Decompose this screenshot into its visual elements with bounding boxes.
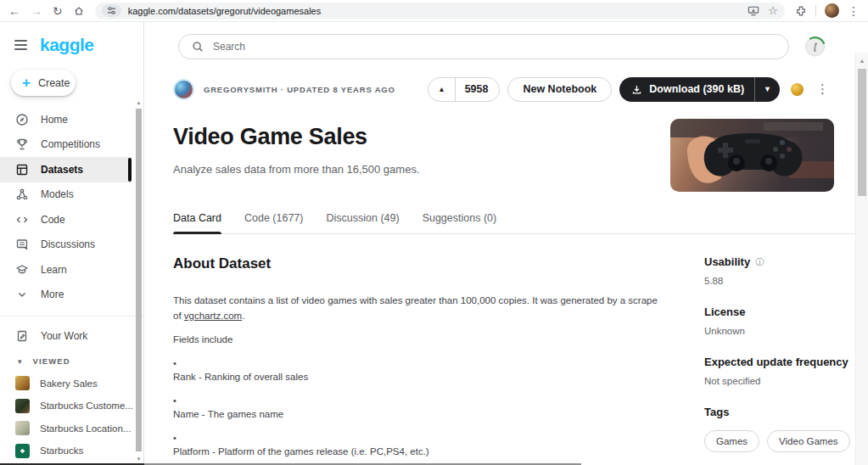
info-icon[interactable]: ⓘ (755, 256, 764, 268)
dataset-cover-image (670, 119, 834, 192)
sidebar-item-competitions[interactable]: Competitions (0, 132, 132, 158)
send-to-device-icon[interactable] (748, 6, 759, 16)
sidebar-item-code[interactable]: Code (0, 207, 132, 232)
sidebar-item-home[interactable]: Home (0, 107, 132, 132)
sidebar-item-datasets[interactable]: Datasets (0, 157, 132, 182)
gold-medal-icon (791, 83, 804, 96)
browser-back-icon[interactable]: ← (8, 5, 20, 17)
license-label: License (704, 305, 855, 318)
graduation-cap-icon (15, 263, 29, 277)
dataset-thumbnail (15, 376, 30, 390)
browser-forward-icon[interactable]: → (31, 5, 42, 17)
viewed-item-starbucks[interactable]: Starbucks (0, 440, 143, 462)
sidebar-scrollbar-thumb[interactable] (136, 109, 142, 451)
clipboard-icon (15, 329, 29, 343)
viewed-section-toggle[interactable]: ▾ VIEWED (0, 350, 143, 373)
search-bar[interactable] (178, 34, 789, 59)
sidebar-item-discussions[interactable]: Discussions (0, 232, 132, 258)
chevron-down-icon (15, 288, 29, 301)
tag-video-games[interactable]: Video Games (767, 430, 849, 452)
chrome-separator (815, 5, 816, 17)
dataset-thumbnail (15, 421, 30, 435)
topbar (144, 22, 868, 61)
scroll-up-icon[interactable]: ▲ (856, 53, 868, 64)
sidebar-item-models[interactable]: Models (0, 182, 132, 208)
download-options-button[interactable]: ▼ (755, 85, 780, 93)
page-scrollbar[interactable]: ▲ (855, 53, 868, 465)
tag-games[interactable]: Games (704, 430, 759, 452)
browser-chrome: ← → ↻ kaggle.com/datasets/gregorut/video… (0, 0, 868, 22)
browser-profile-avatar[interactable] (825, 3, 839, 18)
sidebar-item-your-work[interactable]: Your Work (0, 323, 132, 349)
viewed-item-bakery-sales[interactable]: Bakery Sales (0, 373, 143, 395)
tab-data-card[interactable]: Data Card (173, 212, 221, 233)
sidebar-scrollbar[interactable]: ▲ ▼ (135, 98, 143, 463)
models-icon (15, 188, 29, 201)
extensions-icon[interactable] (795, 5, 807, 17)
about-paragraph: This dataset contains a list of video ga… (173, 294, 665, 324)
page-scrollbar-thumb[interactable] (858, 69, 866, 196)
upvote-button[interactable]: ▲ (428, 85, 454, 93)
upvote-control: ▲ 5958 (428, 77, 500, 102)
list-item: • Rank - Ranking of overall sales (173, 358, 665, 382)
sidebar-nav: Home Competitions Datasets Models Code (0, 107, 143, 307)
page-subtitle: Analyze sales data from more than 16,500… (173, 163, 645, 176)
dataset-thumbnail (15, 444, 30, 458)
browser-reload-icon[interactable]: ↻ (53, 5, 63, 17)
scroll-down-icon[interactable]: ▼ (135, 455, 143, 463)
usability-label: Usability ⓘ (704, 255, 855, 268)
download-button[interactable]: Download (390 kB) ▼ (619, 77, 780, 102)
dataset-page: GREGORYSMITH · UPDATED 8 YEARS AGO ▲ 595… (144, 61, 855, 465)
vote-count[interactable]: 5958 (456, 83, 500, 95)
datasets-icon (15, 163, 29, 176)
viewed-item-starbucks-customers[interactable]: Starbucks Custome... (0, 395, 143, 417)
tab-suggestions[interactable]: Suggestions (0) (423, 212, 497, 233)
user-avatar[interactable] (804, 35, 826, 58)
download-icon (631, 84, 642, 95)
fields-include-text: Fields include (173, 334, 665, 345)
license-value: Unknown (704, 326, 855, 336)
tab-code[interactable]: Code (1677) (244, 212, 304, 233)
update-frequency-value: Not specified (704, 376, 855, 386)
scroll-up-icon[interactable]: ▲ (135, 98, 143, 107)
chrome-actions: ⋮ (795, 3, 860, 18)
site-info-icon[interactable] (102, 4, 121, 17)
browser-home-icon[interactable] (73, 5, 85, 17)
vgchartz-link[interactable]: vgchartz.com (184, 311, 242, 321)
tab-discussion[interactable]: Discussion (49) (326, 212, 399, 233)
main-area: GREGORYSMITH · UPDATED 8 YEARS AGO ▲ 595… (144, 22, 868, 465)
metadata-column: Usability ⓘ 5.88 License Unknown Expecte… (704, 255, 855, 465)
bullet-icon: • (173, 395, 665, 406)
sidebar-item-more[interactable]: More (0, 283, 132, 308)
kaggle-logo[interactable]: kaggle (40, 35, 94, 55)
about-heading: About Dataset (173, 255, 665, 272)
code-icon (15, 213, 29, 227)
new-notebook-button[interactable]: New Notebook (507, 77, 612, 102)
owner-updated-line[interactable]: GREGORYSMITH · UPDATED 8 YEARS AGO (204, 85, 395, 94)
url-bar[interactable]: kaggle.com/datasets/gregorut/videogamesa… (95, 3, 785, 20)
list-item: • Platform - Platform of the games relea… (173, 433, 665, 457)
bullet-icon: • (173, 358, 665, 369)
url-text[interactable]: kaggle.com/datasets/gregorut/videogamesa… (128, 6, 742, 16)
create-button[interactable]: + Create (11, 70, 76, 96)
hamburger-menu-icon[interactable] (14, 37, 27, 53)
chrome-menu-icon[interactable]: ⋮ (848, 5, 860, 17)
owner-avatar[interactable] (173, 79, 194, 100)
screen: ← → ↻ kaggle.com/datasets/gregorut/video… (0, 0, 868, 465)
dataset-thumbnail (15, 399, 30, 413)
more-options-icon[interactable]: ⋮ (811, 81, 834, 97)
search-input[interactable] (213, 41, 776, 53)
page-title: Video Game Sales (173, 124, 645, 150)
chevron-down-icon: ▾ (18, 357, 22, 366)
dataset-tabs: Data Card Code (1677) Discussion (49) Su… (173, 212, 855, 234)
usability-value: 5.88 (704, 276, 855, 286)
sidebar-item-learn[interactable]: Learn (0, 257, 132, 283)
discussions-icon (15, 238, 29, 251)
list-item: • Name - The games name (173, 395, 665, 419)
about-section: About Dataset This dataset contains a li… (173, 255, 704, 465)
update-frequency-label: Expected update frequency (704, 356, 855, 368)
viewed-item-starbucks-locations[interactable]: Starbucks Location... (0, 417, 143, 440)
plus-icon: + (22, 76, 31, 90)
bookmark-star-icon[interactable]: ☆ (768, 5, 778, 16)
sidebar: kaggle + Create Home Competitions Datase… (0, 22, 144, 465)
